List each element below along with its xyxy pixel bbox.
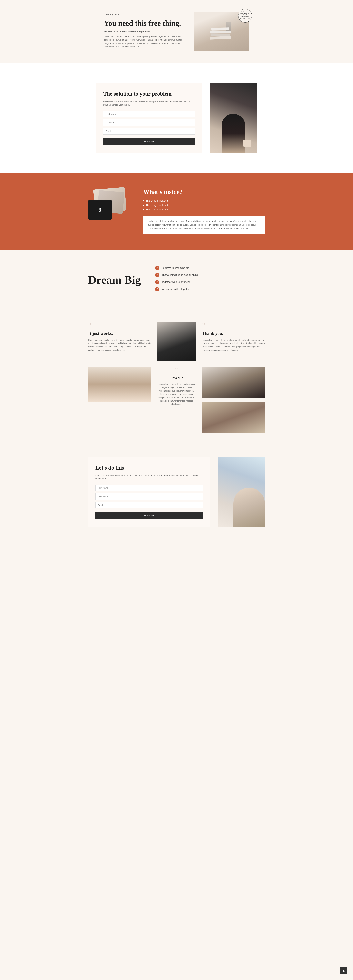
testimonial-title-2: Thank you. (202, 331, 265, 336)
lets-do-email-input[interactable] (95, 502, 203, 508)
hero-section: HEY FRIEND You need this free thing. I'm… (88, 0, 265, 63)
tablet-mockup: 3 (88, 188, 127, 220)
solution-first-name-input[interactable] (103, 111, 195, 117)
check-icon: ✓ (155, 273, 159, 277)
tablet-front: 3 (88, 200, 112, 220)
solution-form-area: The solution to your problem Maecenas fa… (96, 83, 202, 153)
free-download-badge: THE FREE DOWNLOAD · FOR GROWING BUSINESS… (238, 9, 252, 22)
book-4 (211, 27, 229, 30)
book-2 (211, 33, 231, 37)
dream-list: ✓ I believe in dreaming big ✓ That a ris… (155, 266, 265, 294)
lets-do-signup-button[interactable]: SIGN UP (95, 512, 203, 519)
testimonial-title-3: I loved it. (157, 376, 196, 380)
dream-section: Dream Big ✓ I believe in dreaming big ✓ … (0, 250, 353, 310)
testimonials-inner: " It just works. Donec ullamcorper nulla… (88, 321, 265, 433)
included-list: This thing is included This thing is inc… (143, 199, 265, 211)
list-item: This thing is included (143, 208, 265, 211)
testimonials-bottom: " I loved it. Donec ullamcorper nulla no… (88, 367, 265, 433)
lets-do-title: Let's do this! (95, 465, 203, 471)
testimonial-body-3: Donec ullamcorper nulla non metus auctor… (157, 382, 196, 406)
solution-signup-button[interactable]: SIGN UP (103, 138, 195, 145)
lets-do-inner: Let's do this! Maecenas faucibus mollis … (88, 457, 265, 527)
hero-eyebrow: HEY FRIEND (104, 14, 182, 17)
list-item: ✓ Together we are stronger (155, 280, 265, 284)
solution-photo (210, 83, 257, 153)
quote-mark-3: " (157, 367, 196, 374)
lets-do-last-name-input[interactable] (95, 493, 203, 500)
bullet-icon (143, 205, 144, 206)
hero-body: Donec sed odio dui. Donec id elit non mi… (104, 35, 182, 49)
lets-do-photo (218, 457, 265, 527)
quote-mark-1: " (88, 321, 151, 329)
bullet-icon (143, 209, 144, 210)
solution-section: The solution to your problem Maecenas fa… (0, 63, 353, 173)
solution-title: The solution to your problem (103, 91, 195, 97)
check-icon: ✓ (155, 280, 159, 284)
bottom-photo-right-wrapper (202, 367, 265, 433)
list-item: This thing is included (143, 204, 265, 207)
lets-do-photo-inner (218, 457, 265, 527)
testimonials-section: " It just works. Donec ullamcorper nulla… (0, 310, 353, 445)
person-photo-2 (202, 367, 265, 398)
testimonials-grid: " It just works. Donec ullamcorper nulla… (88, 321, 265, 361)
list-item: ✓ We are all in this together (155, 287, 265, 291)
lets-do-section: Let's do this! Maecenas faucibus mollis … (0, 445, 353, 542)
whats-inside-section: 3 What's inside? This thing is included … (0, 173, 353, 250)
check-icon: ✓ (155, 287, 159, 291)
whats-inside-left: 3 (88, 188, 131, 220)
center-photo (157, 321, 196, 361)
testimonial-body-2: Donec ullamcorper nulla non metus auctor… (202, 338, 265, 352)
hero-image-wrapper: THE FREE DOWNLOAD · FOR GROWING BUSINESS… (194, 12, 249, 51)
whats-inside-right: What's inside? This thing is included Th… (143, 188, 265, 234)
testimonial-card-3: " I loved it. Donec ullamcorper nulla no… (157, 367, 196, 406)
tablet-number: 3 (99, 207, 102, 213)
lets-do-body: Maecenas faucibus mollis interdum. Aenea… (95, 474, 203, 480)
book-stack (208, 20, 235, 43)
testimonial-card-2: " Thank you. Donec ullamcorper nulla non… (202, 321, 265, 352)
dream-inner: Dream Big ✓ I believe in dreaming big ✓ … (88, 266, 265, 294)
solution-body: Maecenas faucibus mollis interdum. Aenea… (103, 100, 195, 107)
testimonial-title-1: It just works. (88, 331, 151, 336)
hero-subtitle: I'm here to make a real difference to yo… (104, 30, 182, 33)
check-icon: ✓ (155, 266, 159, 270)
hero-text: HEY FRIEND You need this free thing. I'm… (104, 14, 182, 49)
whats-inside-inner: 3 What's inside? This thing is included … (88, 188, 265, 234)
person-photo-3 (202, 402, 265, 433)
dream-title: Dream Big (88, 274, 143, 286)
person-silhouette (222, 114, 245, 153)
list-item: ✓ That a rising tide raises all ships (155, 273, 265, 277)
bottom-photo-left-wrapper (88, 367, 151, 402)
testimonial-body-1: Donec ullamcorper nulla non metus auctor… (88, 338, 151, 352)
list-item: ✓ I believe in dreaming big (155, 266, 265, 270)
whats-inside-title: What's inside? (143, 188, 265, 196)
person-photo-left (88, 367, 151, 402)
hand-reach (234, 488, 265, 527)
lets-do-first-name-input[interactable] (95, 485, 203, 491)
hero-title: You need this free thing. (104, 19, 182, 28)
solution-photo-inner (210, 83, 257, 153)
quote-mark-2: " (202, 321, 265, 329)
lets-do-form: Let's do this! Maecenas faucibus mollis … (88, 457, 210, 527)
book-3 (210, 30, 231, 33)
coffee-cup (243, 140, 251, 147)
solution-inner: The solution to your problem Maecenas fa… (88, 75, 265, 161)
book-1 (210, 36, 231, 40)
list-item: This thing is included (143, 199, 265, 202)
solution-last-name-input[interactable] (103, 119, 195, 126)
bullet-icon (143, 200, 144, 202)
quote-box: Nulla vitae elit libero, a pharetra augu… (143, 216, 265, 234)
solution-email-input[interactable] (103, 128, 195, 135)
person-photo-1 (157, 321, 196, 361)
testimonial-card-1: " It just works. Donec ullamcorper nulla… (88, 321, 151, 352)
quote-text: Nulla vitae elit libero, a pharetra augu… (148, 220, 260, 231)
